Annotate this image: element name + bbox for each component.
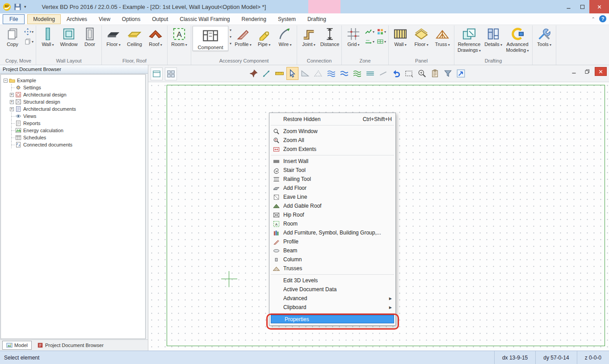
mdi-close-button[interactable] [595,67,607,76]
tree-item-reports[interactable]: Reports [1,120,145,127]
ribbon-button-copy[interactable]: Copy [2,26,23,47]
menu-item-add-gable-roof[interactable]: Add Gable Roof [270,201,395,210]
tool-waves2[interactable] [338,67,350,80]
ribbon-button-truss[interactable]: Truss ▾ [432,26,453,47]
menu-item-zoom-all[interactable]: Zoom All [270,136,395,145]
menu-item-add-floor[interactable]: Add Floor [270,184,395,192]
menu-item-advanced[interactable]: Advanced▶ [270,294,395,303]
tool-view-grid[interactable] [165,67,177,80]
quick-access-dropdown-icon[interactable]: ▾ [24,4,26,9]
minimize-button[interactable] [562,0,575,13]
ribbon-small-zone-a-0[interactable]: ▾ [364,28,375,36]
menu-item-insert-wall[interactable]: Insert Wall [270,157,395,166]
tool-waves4[interactable] [364,67,376,80]
menu-item-zoom-window[interactable]: Zoom Window [270,127,395,136]
menu-item-edit-3d-levels[interactable]: Edit 3D Levels [270,276,395,285]
tool-waves3[interactable] [351,67,363,80]
tab-rendering[interactable]: Rendering [236,14,272,24]
tree-item-energy-calculation[interactable]: Energy calculation [1,127,145,134]
ribbon-small-copy-small-1[interactable]: ▾ [23,38,34,46]
ribbon-small-dropdown-2[interactable]: ▾ [229,41,232,46]
menu-item-restore-hidden[interactable]: Restore HiddenCtrl+Shift+H [270,115,395,124]
maximize-button[interactable] [575,0,589,13]
menu-item-stair-tool[interactable]: Stair Tool [270,166,395,175]
tool-slope-tri[interactable] [299,67,311,80]
menu-item-column[interactable]: Column [270,255,395,264]
ribbon-button-floor[interactable]: Floor ▾ [411,26,432,47]
ribbon-button-joint[interactable]: Joint ▾ [298,26,319,47]
ribbon-button-profile[interactable]: Profile ▾ [233,26,253,47]
tool-pushpin[interactable] [248,67,260,80]
tab-output[interactable]: Output [146,14,174,24]
ribbon-button-door[interactable]: Door [80,26,100,47]
tree-item-example[interactable]: −Example [1,77,145,84]
ribbon-button-component[interactable]: Component [193,26,228,51]
tool-line-gray[interactable] [377,67,389,80]
ribbon-button-tools[interactable]: Tools ▾ [534,26,554,47]
tab-view[interactable]: View [93,14,116,24]
tool-clipboard-tool[interactable] [429,67,441,80]
tree-item-schedules[interactable]: Schedules [1,134,145,141]
minus-box-icon[interactable]: − [4,79,8,83]
menu-item-clipboard[interactable]: Clipboard▶ [270,303,395,312]
ribbon-button-pipe[interactable]: Pipe ▾ [254,26,274,47]
menu-item-active-document-data[interactable]: Active Document Data [270,285,395,294]
ribbon-small-move-0[interactable]: ▾ [23,28,34,36]
ribbon-button-distance[interactable]: Distance [319,26,340,47]
collapse-ribbon-icon[interactable]: ⌃ [592,17,595,21]
ribbon-button-advanced-modeling[interactable]: Advanced Modeling ▾ [504,26,531,53]
menu-item-trusses[interactable]: Trusses [270,264,395,273]
ribbon-button-room[interactable]: ARoom ▾ [169,26,189,47]
ribbon-button-reference-drawings[interactable]: Reference Drawings ▾ [456,26,483,53]
bottom-tab-project-document-browser[interactable]: Project Document Browser [33,341,108,350]
menu-item-properties[interactable]: Properties [271,315,394,323]
mdi-minimize-button[interactable] [568,67,580,76]
menu-item-railing-tool[interactable]: Railing Tool [270,175,395,184]
ribbon-small-zone-d-1[interactable]: ▾ [376,38,387,46]
menu-item-hip-roof[interactable]: Hip Roof [270,210,395,219]
menu-item-zoom-extents[interactable]: Zoom Extents [270,145,395,154]
ribbon-button-wall[interactable]: Wall ▾ [390,26,411,47]
tree-item-settings[interactable]: Settings [1,84,145,91]
tool-filter[interactable] [442,67,454,80]
ribbon-small-dropdown-0[interactable]: ▾ [229,28,232,33]
ribbon-button-roof[interactable]: Roof ▾ [145,26,166,47]
plus-box-icon[interactable]: + [10,100,14,104]
close-button[interactable] [589,0,609,13]
ribbon-button-details[interactable]: Details ▾ [483,26,504,47]
menu-item-add-furniture-symbol-building-group[interactable]: Add Furniture, Symbol, Building Group,..… [270,228,395,237]
ribbon-small-zone-b-1[interactable]: ▾ [364,38,375,46]
tree-item-architectural-documents[interactable]: +Architectural documents [1,105,145,113]
tool-zoom-in[interactable] [416,67,428,80]
save-icon[interactable] [13,3,22,11]
tool-select-region[interactable] [403,67,415,80]
tool-undo[interactable] [390,67,402,80]
menu-item-room[interactable]: ARoom [270,219,395,228]
tool-link-arrow[interactable] [455,67,467,80]
ribbon-button-grid[interactable]: Grid ▾ [343,26,364,47]
plus-box-icon[interactable]: + [10,107,14,111]
tab-archives[interactable]: Archives [61,14,93,24]
tree-item-architectural-design[interactable]: +Architectural design [1,91,145,98]
ribbon-button-wall[interactable]: Wall ▾ [38,26,58,47]
tool-ruler[interactable] [273,67,286,80]
tab-system[interactable]: System [272,14,302,24]
ribbon-small-zone-c-0[interactable]: ▾ [376,28,387,36]
tool-waves1[interactable] [325,67,337,80]
tab-modeling[interactable]: Modeling [27,14,61,24]
help-button[interactable]: ? [599,15,606,22]
tab-options[interactable]: Options [116,14,146,24]
tool-dim-tool[interactable] [260,67,273,80]
tab-drafting[interactable]: Drafting [302,14,332,24]
tab-classic-wall-framing[interactable]: Classic Wall Framing [174,14,235,24]
ribbon-button-ceiling[interactable]: Ceiling [124,26,145,47]
tab-file[interactable]: File [3,14,25,24]
plus-box-icon[interactable]: + [10,93,14,97]
tool-view-new[interactable] [151,67,163,80]
mdi-restore-button[interactable] [581,67,593,76]
menu-item-beam[interactable]: Beam [270,246,395,255]
tree-item-structural-design[interactable]: +Structural design [1,98,145,105]
tree-item-connected-documents[interactable]: Connected documents [1,141,145,148]
ribbon-small-dropdown-1[interactable]: ▾ [229,34,232,39]
ribbon-button-window[interactable]: Window [59,26,79,47]
